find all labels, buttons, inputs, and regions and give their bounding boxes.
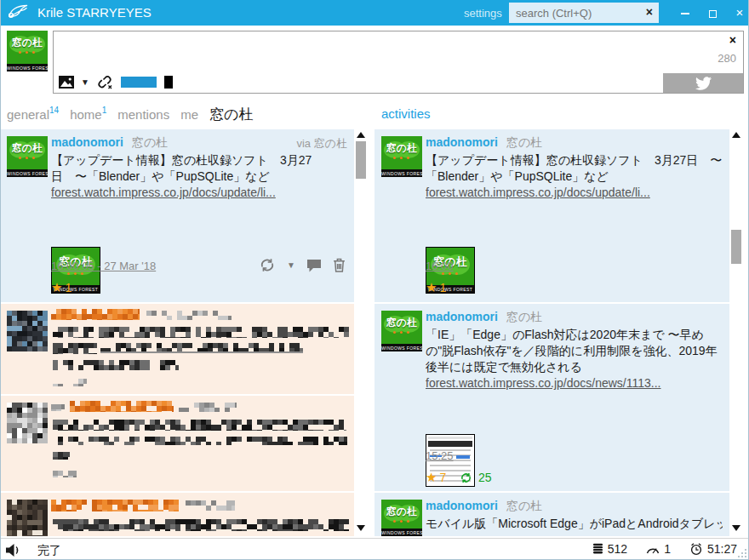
app-title: Krile STARRYEYES — [37, 5, 152, 20]
reply-icon[interactable] — [306, 259, 322, 272]
compose-account-avatar[interactable]: 窓の杜 WINDOWS FOREST — [7, 31, 48, 71]
tweet-avatar[interactable]: 窓の杜 WINDOWS FOREST — [381, 500, 422, 536]
tweet-timestamp[interactable]: 16:00:05 - 27 Mar '18 — [51, 260, 156, 272]
tweet-link-media[interactable]: pic.twitter.com/poaL24V8gf — [51, 202, 194, 203]
censored-text-line — [53, 343, 97, 354]
tweet-header: madonomori 窓の杜 — [426, 499, 723, 514]
tweet-via-client: via 窓の杜 — [296, 136, 347, 151]
tweet-avatar-censored[interactable] — [7, 500, 48, 536]
retweet-icon[interactable] — [259, 258, 276, 272]
search-clear-icon[interactable]: × — [646, 5, 653, 19]
censored-text-line — [53, 519, 349, 531]
volume-icon[interactable] — [6, 544, 22, 560]
char-progress-cursor — [164, 76, 173, 89]
statusbar-counters: 512 1 51:27 — [592, 542, 737, 556]
tweet-screen-name[interactable]: madonomori — [426, 499, 498, 512]
left-column-tabs: general14 home1 mentions me 窓の杜 — [7, 105, 253, 124]
favorite-count: 7 — [439, 471, 446, 484]
tweet-madonomori-edge[interactable]: 窓の杜 WINDOWS FOREST madonomori 窓の杜 モバイル版「… — [374, 493, 729, 536]
tweet-madonomori-flash[interactable]: 窓の杜 WINDOWS FOREST madonomori 窓の杜 「IE」「E… — [374, 304, 729, 491]
tweet-timestamp[interactable]: 16:00 — [426, 260, 454, 272]
tweet-link-article[interactable]: forest.watch.impress.co.jp/docs/news/111… — [426, 376, 661, 390]
logo-text-en: WINDOWS FOREST — [381, 529, 422, 536]
tweet-avatar-censored[interactable] — [7, 311, 48, 351]
tweet-text-plain: モバイル版「Microsoft Edge」がiPadとAndroidタブレットで… — [426, 517, 723, 530]
attach-image-icon[interactable] — [59, 76, 74, 89]
thumb-page-header — [428, 441, 472, 447]
tab-general[interactable]: general14 — [7, 106, 59, 122]
censored-screen-name — [70, 401, 174, 412]
tweet-timestamp[interactable]: 15:25 — [426, 449, 454, 462]
maximize-button[interactable] — [700, 0, 725, 26]
tweet-screen-name[interactable]: madonomori — [426, 310, 498, 323]
resize-grip[interactable] — [736, 547, 746, 557]
favorite-count: 1 — [439, 281, 446, 294]
tab-me[interactable]: me — [180, 107, 198, 122]
close-button[interactable]: × — [727, 0, 749, 26]
tweet-madonomori-update[interactable]: 窓の杜 WINDOWS FOREST madonomori 窓の杜 【アップデー… — [374, 129, 729, 302]
gauge-icon — [646, 545, 660, 554]
retweet-dropdown-icon[interactable]: ▼ — [287, 260, 295, 270]
database-icon — [592, 543, 603, 555]
compose-toolbar: ▼ — [59, 74, 173, 89]
logo-text-en: WINDOWS FOREST — [381, 169, 422, 177]
scroll-up-arrow[interactable] — [732, 132, 740, 138]
logo-dots — [393, 520, 396, 523]
tab-label: mentions — [117, 107, 169, 122]
search-box: × — [509, 3, 659, 23]
tweet-avatar[interactable]: 窓の杜 WINDOWS FOREST — [381, 136, 422, 177]
tweet-link-article[interactable]: forest.watch.impress.co.jp/docs/update/l… — [51, 186, 276, 199]
censored-prefix — [51, 404, 65, 411]
thumb-browser-bar — [428, 437, 472, 439]
tweet-link-article[interactable]: forest.watch.impress.co.jp/docs/update/l… — [426, 186, 650, 199]
tweet-link-media[interactable]: pic.twitter.com/poaL24V8gf — [426, 202, 569, 203]
tab-activities[interactable]: activities — [381, 106, 431, 121]
compose-close-icon[interactable]: × — [729, 35, 736, 45]
tweet-text: 【アップデート情報】窓の杜収録ソフト 3月27日 〜「Blender」や「Pup… — [51, 152, 347, 203]
scroll-down-arrow[interactable] — [732, 525, 740, 531]
tweet-censored[interactable] — [0, 396, 354, 491]
minimize-button[interactable] — [672, 0, 698, 26]
censored-link — [100, 343, 303, 353]
tweet-text-input[interactable] — [55, 33, 658, 72]
tab-mentions[interactable]: mentions — [117, 107, 169, 122]
tweet-avatar[interactable]: 窓の杜 WINDOWS FOREST — [7, 136, 48, 177]
tweet-header: madonomori 窓の杜 — [426, 310, 723, 325]
tweet-send-button[interactable] — [663, 73, 743, 93]
tweet-stats: ★1 — [51, 280, 71, 295]
tweet-madonomori-update[interactable]: 窓の杜 WINDOWS FOREST madonomori 窓の杜 via 窓の… — [0, 129, 354, 302]
scroll-up-arrow[interactable] — [357, 132, 365, 138]
tweet-text-plain: 「IE」「Edge」のFlash対応は2020年末まで 〜早めの"脱Flash依… — [426, 328, 718, 374]
scrollbar-right-column — [729, 129, 744, 536]
titlebar: Krile STARRYEYES settings × × — [0, 0, 749, 26]
attach-dropdown-icon[interactable]: ▼ — [81, 77, 89, 87]
scroll-thumb[interactable] — [356, 141, 366, 179]
tweet-header: madonomori 窓の杜 — [426, 135, 723, 151]
tweet-censored[interactable] — [0, 493, 354, 536]
scroll-thumb[interactable] — [731, 230, 741, 264]
tweet-display-name: 窓の杜 — [132, 135, 168, 149]
settings-link[interactable]: settings — [464, 7, 502, 20]
delete-icon[interactable] — [333, 258, 346, 272]
queue-count: 512 — [608, 542, 627, 556]
tweet-stats: ★7 25 — [426, 470, 492, 486]
unbind-link-icon[interactable] — [96, 74, 114, 89]
char-count: 280 — [718, 52, 736, 65]
censored-text-line — [53, 452, 70, 460]
tweet-screen-name[interactable]: madonomori — [426, 135, 498, 149]
scroll-down-arrow[interactable] — [357, 525, 365, 531]
tweet-avatar-censored[interactable] — [7, 403, 48, 443]
censored-display-name — [179, 403, 237, 412]
favorite-star-icon: ★ — [426, 280, 437, 294]
search-input[interactable] — [516, 3, 635, 23]
tweet-header: madonomori 窓の杜 via 窓の杜 — [51, 135, 347, 151]
logo-dots — [393, 157, 396, 159]
tab-home[interactable]: home1 — [70, 106, 106, 122]
tab-madonomori[interactable]: 窓の杜 — [209, 105, 253, 124]
favorite-count: 1 — [65, 281, 71, 294]
tweet-censored[interactable] — [0, 304, 354, 394]
logo-text-jp: 窓の杜 — [12, 36, 43, 50]
tweet-screen-name[interactable]: madonomori — [51, 135, 123, 149]
tweet-avatar[interactable]: 窓の杜 WINDOWS FOREST — [381, 311, 422, 351]
censored-display-name — [146, 311, 232, 320]
